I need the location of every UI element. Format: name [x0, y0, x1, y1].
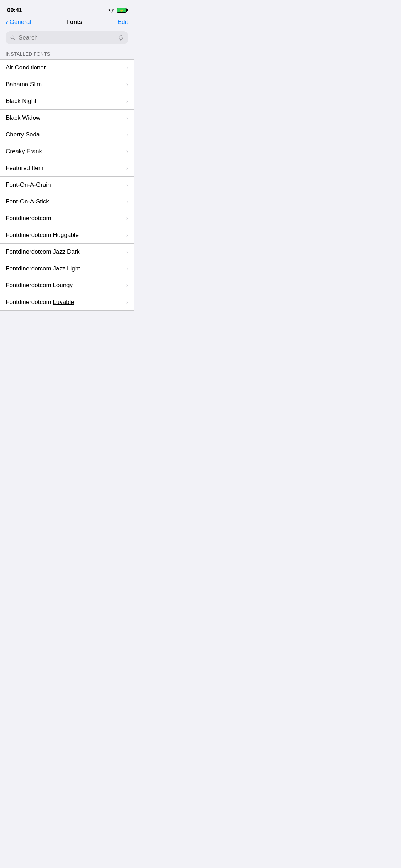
list-item[interactable]: Fontdinerdotcom Jazz Light ›: [0, 260, 134, 277]
font-name: Fontdinerdotcom Loungy: [6, 282, 73, 289]
list-item[interactable]: Font-On-A-Grain ›: [0, 177, 134, 193]
font-name: Fontdinerdotcom: [6, 215, 51, 222]
battery-icon: ⚡: [117, 8, 127, 13]
svg-point-0: [11, 36, 14, 39]
list-item[interactable]: Air Conditioner ›: [0, 60, 134, 76]
chevron-icon: ›: [126, 182, 128, 188]
svg-rect-1: [120, 35, 122, 38]
edit-button[interactable]: Edit: [118, 19, 128, 26]
list-item[interactable]: Featured Item ›: [0, 160, 134, 177]
chevron-icon: ›: [126, 165, 128, 171]
back-label: General: [10, 19, 31, 26]
font-name: Fontdinerdotcom Huggable: [6, 232, 79, 239]
font-name: Bahama Slim: [6, 81, 42, 88]
chevron-icon: ›: [126, 64, 128, 71]
status-bar: 09:41 ⚡: [0, 0, 134, 16]
chevron-icon: ›: [126, 232, 128, 238]
font-name: Fontdinerdotcom Jazz Dark: [6, 248, 80, 255]
chevron-icon: ›: [126, 265, 128, 272]
font-name: Air Conditioner: [6, 64, 46, 71]
font-name: Cherry Soda: [6, 131, 40, 138]
status-icons: ⚡: [108, 8, 127, 13]
chevron-icon: ›: [126, 115, 128, 121]
search-icon: [10, 35, 16, 41]
mic-icon: [118, 35, 124, 41]
list-item[interactable]: Fontdinerdotcom Luvable ›: [0, 294, 134, 311]
page-title: Fonts: [66, 19, 82, 26]
section-header-label: INSTALLED FONTS: [6, 51, 50, 57]
list-item[interactable]: Fontdinerdotcom Jazz Dark ›: [0, 244, 134, 260]
back-button[interactable]: ‹ General: [6, 19, 31, 26]
list-item[interactable]: Bahama Slim ›: [0, 76, 134, 93]
wifi-icon: [108, 8, 114, 13]
chevron-icon: ›: [126, 215, 128, 222]
chevron-icon: ›: [126, 198, 128, 205]
list-item[interactable]: Creaky Frank ›: [0, 143, 134, 160]
chevron-icon: ›: [126, 299, 128, 305]
list-item[interactable]: Black Night ›: [0, 93, 134, 110]
nav-bar: ‹ General Fonts Edit: [0, 16, 134, 29]
list-item[interactable]: Fontdinerdotcom ›: [0, 210, 134, 227]
font-name: Creaky Frank: [6, 148, 42, 155]
list-item[interactable]: Fontdinerdotcom Huggable ›: [0, 227, 134, 244]
list-item[interactable]: Font-On-A-Stick ›: [0, 193, 134, 210]
font-name: Featured Item: [6, 165, 43, 172]
font-name: Font-On-A-Stick: [6, 198, 49, 205]
chevron-icon: ›: [126, 249, 128, 255]
list-item[interactable]: Cherry Soda ›: [0, 126, 134, 143]
chevron-icon: ›: [126, 148, 128, 155]
font-name: Fontdinerdotcom Luvable: [6, 299, 74, 306]
battery-bolt: ⚡: [120, 9, 124, 12]
chevron-icon: ›: [126, 282, 128, 289]
search-container: [0, 29, 134, 48]
font-name: Black Night: [6, 98, 36, 105]
search-bar: [6, 31, 128, 44]
list-item[interactable]: Fontdinerdotcom Loungy ›: [0, 277, 134, 294]
search-input[interactable]: [19, 34, 115, 41]
chevron-icon: ›: [126, 131, 128, 138]
chevron-icon: ›: [126, 98, 128, 104]
list-item[interactable]: Black Widow ›: [0, 110, 134, 126]
font-name: Black Widow: [6, 114, 40, 122]
back-chevron-icon: ‹: [6, 19, 8, 26]
section-header: INSTALLED FONTS: [0, 48, 134, 59]
font-name: Fontdinerdotcom Jazz Light: [6, 265, 80, 272]
status-time: 09:41: [7, 7, 22, 14]
fonts-list: Air Conditioner › Bahama Slim › Black Ni…: [0, 59, 134, 311]
font-name: Font-On-A-Grain: [6, 181, 51, 188]
chevron-icon: ›: [126, 81, 128, 88]
